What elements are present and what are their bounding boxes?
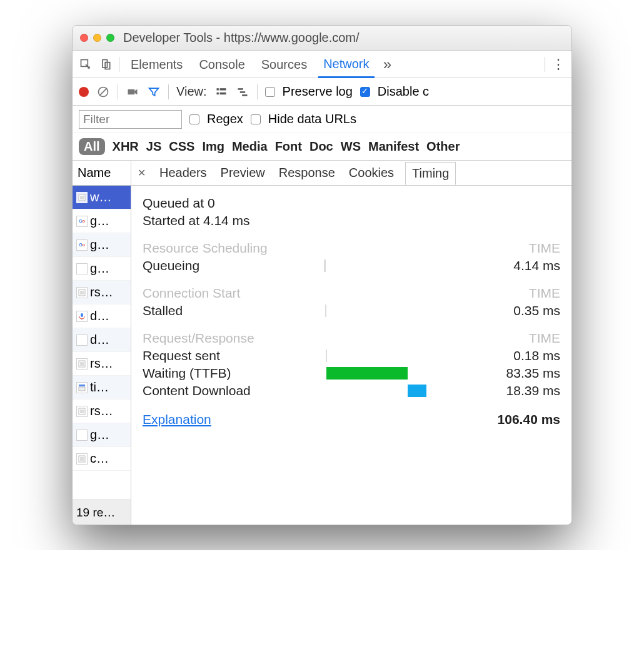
filter-manifest[interactable]: Manifest: [368, 139, 419, 154]
request-row[interactable]: d…: [73, 328, 131, 352]
timing-value: 83.35 ms: [491, 366, 560, 381]
filter-other[interactable]: Other: [426, 139, 460, 154]
inspect-icon[interactable]: [79, 58, 93, 71]
close-icon[interactable]: [80, 34, 88, 42]
timing-value: 18.39 ms: [491, 383, 560, 398]
timing-label: Stalled: [143, 303, 324, 318]
record-icon[interactable]: [79, 87, 89, 97]
svg-rect-27: [79, 385, 85, 386]
timing-bar: [324, 259, 443, 273]
requests-footer: 19 re…: [73, 500, 131, 525]
waterfall-view-icon[interactable]: [236, 85, 249, 99]
total-time: 106.40 ms: [498, 412, 560, 427]
request-row[interactable]: Gog…: [73, 209, 131, 233]
network-toolbar: View: Preserve log Disable c: [73, 78, 571, 106]
filter-input[interactable]: [79, 110, 182, 129]
svg-rect-21: [81, 313, 83, 317]
detail-tab-response[interactable]: Response: [276, 162, 338, 184]
timing-label: Queueing: [143, 258, 324, 273]
request-row[interactable]: Gog…: [73, 233, 131, 257]
timing-bar: [324, 366, 443, 380]
request-row[interactable]: g…: [73, 423, 131, 447]
network-body: Name w…Gog…Gog…g…rs…d…d…rs…ti…rs…g…c… 19…: [73, 161, 571, 525]
detail-tab-headers[interactable]: Headers: [157, 162, 209, 184]
request-row[interactable]: rs…: [73, 281, 131, 304]
doc-icon: [76, 358, 88, 370]
disable-cache-checkbox[interactable]: [360, 87, 370, 97]
request-row[interactable]: d…: [73, 304, 131, 328]
request-row[interactable]: w…: [73, 186, 131, 209]
minimize-icon[interactable]: [93, 34, 101, 42]
detail-tab-timing[interactable]: Timing: [405, 162, 456, 185]
svg-rect-10: [238, 88, 243, 90]
filter-css[interactable]: CSS: [169, 139, 194, 154]
section-title: Connection Start: [143, 286, 240, 301]
detail-tabs: ✕ Headers Preview Response Cookies Timin…: [131, 161, 571, 186]
request-row[interactable]: c…: [73, 447, 131, 471]
detail-tab-cookies[interactable]: Cookies: [346, 162, 396, 184]
tab-network[interactable]: Network: [318, 51, 374, 78]
blank-icon: [76, 334, 88, 346]
tab-sources[interactable]: Sources: [256, 51, 312, 77]
more-tabs-icon[interactable]: »: [381, 58, 395, 71]
request-label: g…: [90, 428, 109, 442]
camera-icon[interactable]: [126, 85, 139, 99]
maximize-icon[interactable]: [106, 34, 114, 42]
name-column-header[interactable]: Name: [73, 161, 131, 186]
device-toggle-icon[interactable]: [99, 58, 113, 71]
filter-ws[interactable]: WS: [341, 139, 361, 154]
tab-elements[interactable]: Elements: [126, 51, 188, 77]
detail-tab-preview[interactable]: Preview: [218, 162, 268, 184]
type-filter-row: All XHR JS CSS Img Media Font Doc WS Man…: [73, 133, 571, 161]
hide-data-urls-checkbox[interactable]: [251, 114, 261, 124]
kebab-menu-icon[interactable]: ⋮: [551, 58, 565, 71]
request-row[interactable]: g…: [73, 257, 131, 281]
filter-xhr[interactable]: XHR: [113, 139, 139, 154]
request-row[interactable]: ti…: [73, 376, 131, 400]
time-header: TIME: [529, 331, 560, 346]
filter-js[interactable]: JS: [146, 139, 161, 154]
filter-font[interactable]: Font: [275, 139, 302, 154]
tab-console[interactable]: Console: [194, 51, 249, 77]
request-label: rs…: [90, 285, 113, 299]
request-list: Name w…Gog…Gog…g…rs…d…d…rs…ti…rs…g…c… 19…: [73, 161, 131, 525]
filter-img[interactable]: Img: [202, 139, 224, 154]
large-rows-icon[interactable]: [214, 85, 228, 99]
request-row[interactable]: rs…: [73, 352, 131, 376]
doc-icon: [76, 287, 88, 298]
clear-icon[interactable]: [96, 85, 110, 99]
filter-icon[interactable]: [147, 85, 161, 99]
timing-row: Content Download18.39 ms: [143, 383, 560, 398]
timing-value: 4.14 ms: [491, 258, 560, 273]
preserve-log-checkbox[interactable]: [265, 87, 275, 97]
close-detail-icon[interactable]: ✕: [135, 167, 148, 179]
filter-media[interactable]: Media: [232, 139, 268, 154]
filter-all[interactable]: All: [79, 138, 105, 155]
time-header: TIME: [529, 241, 560, 256]
google-icon: Go: [76, 239, 88, 251]
request-label: d…: [90, 333, 109, 347]
timing-label: Request sent: [143, 348, 324, 363]
svg-rect-9: [219, 92, 226, 94]
timing-label: Content Download: [143, 383, 324, 398]
request-label: c…: [90, 451, 109, 466]
view-label: View:: [176, 84, 207, 99]
timing-value: 0.35 ms: [491, 303, 560, 318]
blank-icon: [76, 430, 88, 441]
request-row[interactable]: rs…: [73, 400, 131, 423]
request-label: g…: [90, 238, 109, 252]
queued-at: Queued at 0: [143, 196, 560, 211]
google-icon: Go: [76, 216, 88, 227]
main-toolbar: Elements Console Sources Network » ⋮: [73, 51, 571, 78]
doc-icon: [76, 406, 88, 417]
section-title: Request/Response: [143, 331, 254, 346]
regex-checkbox[interactable]: [189, 114, 199, 124]
mic-icon: [76, 311, 88, 322]
request-label: ti…: [90, 380, 109, 395]
filter-doc[interactable]: Doc: [309, 139, 333, 154]
explanation-link[interactable]: Explanation: [143, 412, 211, 427]
timing-row: Queueing4.14 ms: [143, 258, 560, 273]
timing-bar: [324, 384, 443, 398]
svg-rect-6: [216, 88, 218, 90]
request-label: rs…: [90, 404, 113, 418]
